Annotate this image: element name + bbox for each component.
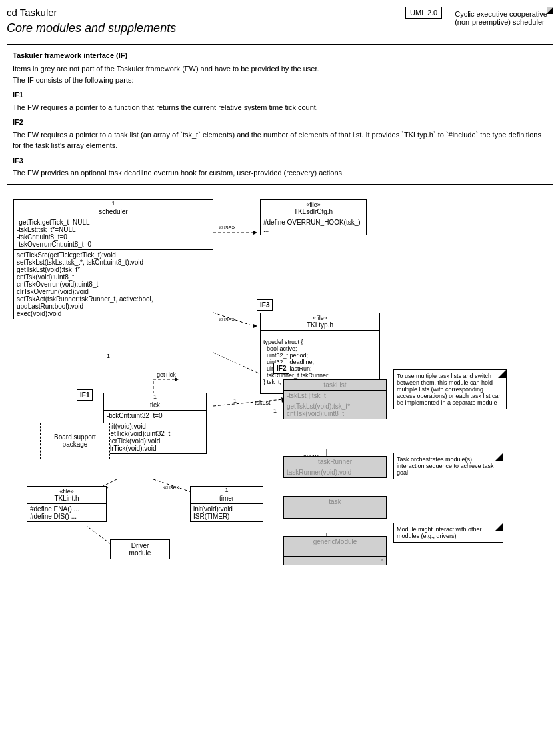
tasklist-note: To use multiple task lists and switch be… bbox=[393, 369, 507, 409]
svg-marker-4 bbox=[253, 324, 257, 328]
tkl-int-name: TKLint.h bbox=[30, 495, 103, 502]
svg-marker-11 bbox=[175, 377, 179, 381]
svg-text:getTick: getTick bbox=[157, 371, 176, 378]
tkl-sdlr-cfg-name: TKLsdlrCfg.h bbox=[263, 208, 363, 215]
timer-name: timer bbox=[191, 493, 263, 504]
generic-module-box: genericModule * bbox=[283, 536, 387, 565]
if3-text: The FW provides an optional task deadlin… bbox=[13, 167, 547, 179]
if3-badge: IF3 bbox=[257, 299, 273, 311]
if3-title: IF3 bbox=[13, 155, 547, 167]
bsp-label: Board supportpackage bbox=[54, 433, 96, 448]
taskrunner-name: taskRunner bbox=[284, 457, 386, 467]
svg-text:1: 1 bbox=[273, 407, 277, 414]
svg-text:tskLst: tskLst bbox=[255, 399, 271, 406]
driver-module-label: Drivermodule bbox=[129, 542, 151, 557]
header-note: Cyclic executive cooperative(non-preempt… bbox=[449, 7, 553, 29]
svg-line-35 bbox=[87, 526, 113, 546]
uml-version-badge: UML 2.0 bbox=[405, 7, 442, 19]
svg-text:«use»: «use» bbox=[219, 224, 235, 231]
svg-text:1: 1 bbox=[233, 397, 237, 404]
interface-box-title: Taskuler framework interface (IF) bbox=[13, 50, 547, 61]
scheduler-box: 1 scheduler -getTick:getTick_t=NULL -tsk… bbox=[13, 199, 213, 319]
tkl-int-box: «file» TKLint.h #define ENA() ... #defin… bbox=[27, 486, 107, 522]
scheduler-attributes: -getTick:getTick_t=NULL -tskLst:tsk_t*=N… bbox=[14, 217, 213, 250]
uml-diagram: «use» «use» getTick «use» «use» tskLst 1… bbox=[7, 193, 553, 573]
svg-line-20 bbox=[213, 399, 283, 406]
if2-badge: IF2 bbox=[273, 363, 289, 374]
svg-text:1: 1 bbox=[107, 353, 110, 359]
timer-box: 1 timer init(void):void ISR(TIMER) bbox=[190, 486, 263, 522]
svg-text:«use»: «use» bbox=[219, 316, 235, 323]
tkl-sdlr-cfg-content: #define OVERRUN_HOOK(tsk_) ... bbox=[263, 219, 363, 233]
svg-line-16 bbox=[153, 479, 193, 493]
if2-text: The FW requires a pointer to a task list… bbox=[13, 129, 547, 151]
tasklist-name: taskList bbox=[284, 380, 386, 391]
page-title: cd Taskuler Core modules and supplements bbox=[7, 7, 176, 39]
scheduler-methods: setTickSrc(getTick:getTick_t):void setTs… bbox=[14, 250, 213, 319]
svg-line-3 bbox=[213, 313, 253, 326]
tkl-typ-name: TKLtyp.h bbox=[263, 321, 377, 329]
tkl-sdlr-cfg-box: «file» TKLsdlrCfg.h #define OVERRUN_HOOK… bbox=[260, 199, 367, 235]
taskrunner-box: taskRunner taskRunner(void):void bbox=[283, 456, 387, 478]
task-name: task bbox=[284, 497, 386, 507]
generic-module-name: genericModule bbox=[284, 537, 386, 547]
tasklist-box: taskList -tskLst[]:tsk_t getTskLst(void)… bbox=[283, 379, 387, 419]
svg-marker-1 bbox=[253, 231, 257, 235]
tick-box: 1 tick -tickCnt:uint32_t=0 init(void):vo… bbox=[103, 393, 207, 454]
driver-module-box: Drivermodule bbox=[110, 539, 170, 559]
bsp-box: Board supportpackage bbox=[40, 423, 110, 459]
if1-badge: IF1 bbox=[77, 389, 93, 401]
generic-module-note: Module might interact with other modules… bbox=[393, 523, 503, 543]
if2-title: IF2 bbox=[13, 117, 547, 128]
taskrunner-note: Task orchestrates module(s) interaction … bbox=[393, 453, 503, 479]
interface-box: Taskuler framework interface (IF) Items … bbox=[7, 44, 553, 185]
tick-name: tick bbox=[104, 400, 206, 411]
svg-text:«use»: «use» bbox=[163, 484, 180, 491]
interface-intro2: The IF consists of the following parts: bbox=[13, 75, 547, 86]
if1-text: The FW requires a pointer to a function … bbox=[13, 102, 547, 113]
task-box: task bbox=[283, 496, 387, 519]
interface-intro1: Items in grey are not part of the Taskul… bbox=[13, 63, 547, 75]
page-header: cd Taskuler Core modules and supplements… bbox=[7, 7, 553, 39]
scheduler-name: scheduler bbox=[14, 207, 213, 217]
if1-title: IF1 bbox=[13, 89, 547, 101]
